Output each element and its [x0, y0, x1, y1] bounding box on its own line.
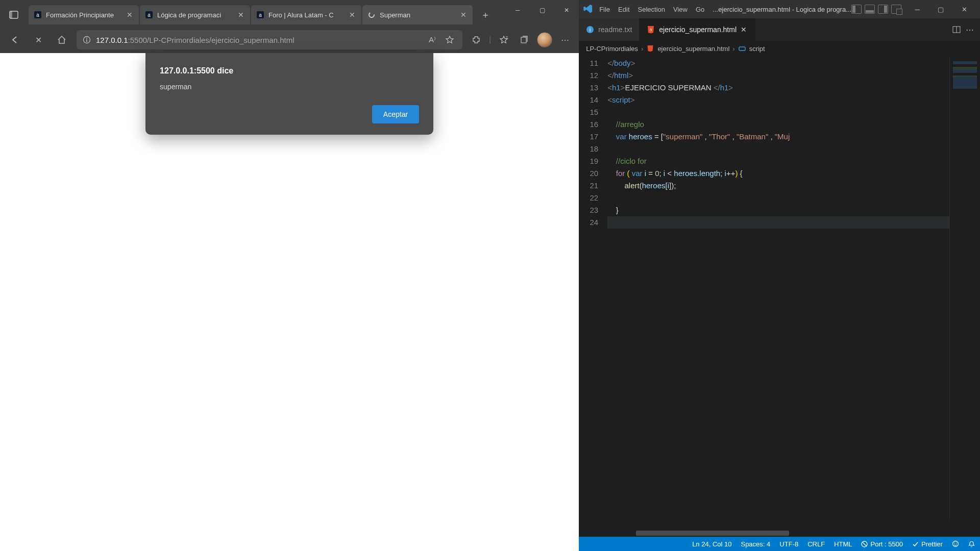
favorites-bar-icon[interactable] [496, 32, 511, 47]
editor-more-icon[interactable]: ⋯ [966, 25, 974, 35]
favorite-icon[interactable] [443, 33, 456, 46]
menu-view[interactable]: View [673, 6, 688, 13]
menu-go[interactable]: Go [696, 6, 704, 13]
code-editor[interactable]: 1112131415161718192021222324 </body></ht… [579, 56, 980, 537]
js-alert-dialog: 127.0.0.1:5500 dice superman Aceptar [145, 53, 433, 135]
toggle-sidebar-icon[interactable] [851, 5, 862, 14]
menu-selection[interactable]: Selection [638, 6, 665, 13]
status-bell-icon[interactable] [968, 541, 975, 547]
browser-toolbar-right: | ⋯ [469, 32, 573, 47]
scrollbar-thumb[interactable] [636, 531, 789, 536]
svg-point-8 [369, 12, 374, 17]
svg-line-22 [862, 542, 867, 546]
collections-icon[interactable] [517, 32, 532, 47]
close-tab-icon[interactable]: ✕ [348, 11, 356, 19]
svg-rect-11 [86, 39, 87, 42]
vscode-window: File Edit Selection View Go ... ejercici… [579, 0, 980, 551]
tab-label: Formación Principiante [46, 11, 121, 19]
alert-message: superman [160, 83, 419, 91]
split-editor-icon[interactable] [952, 26, 961, 34]
maximize-button[interactable]: ▢ [530, 0, 554, 20]
browser-tab-active[interactable]: Superman ✕ [362, 5, 473, 24]
editor-tab-label: readme.txt [598, 26, 632, 34]
tab-actions-icon[interactable] [5, 6, 22, 23]
status-prettier[interactable]: Prettier [912, 540, 943, 548]
new-tab-button[interactable]: ＋ [478, 7, 493, 22]
svg-text:5: 5 [650, 28, 652, 32]
back-button[interactable] [6, 31, 23, 48]
status-cursor[interactable]: Ln 24, Col 10 [692, 540, 731, 548]
line-numbers: 1112131415161718192021222324 [579, 56, 607, 537]
info-file-icon: i [586, 26, 594, 34]
menu-edit[interactable]: Edit [618, 6, 629, 13]
tab-label: Foro | Alura Latam - C [268, 11, 344, 19]
browser-tab[interactable]: a Lógica de programaci ✕ [140, 5, 250, 24]
editor-tab-active[interactable]: 5 ejercicio_superman.html ✕ [640, 18, 755, 41]
alert-title: 127.0.0.1:5500 dice [160, 66, 419, 76]
html-file-icon [646, 44, 654, 53]
vscode-minimize-button[interactable]: ─ [905, 0, 929, 18]
vscode-close-button[interactable]: ✕ [952, 0, 976, 18]
close-tab-icon[interactable]: ✕ [237, 11, 245, 19]
svg-point-10 [86, 38, 87, 39]
close-window-button[interactable]: ✕ [554, 0, 579, 20]
vscode-maximize-button[interactable]: ▢ [929, 0, 952, 18]
status-eol[interactable]: CRLF [807, 540, 825, 548]
browser-tab-strip: a Formación Principiante ✕ a Lógica de p… [0, 0, 579, 27]
svg-text:a: a [36, 12, 39, 18]
close-tab-icon[interactable]: ✕ [126, 11, 134, 19]
address-bar-row: ✕ 127.0.0.1:5500/LP-CPrimordiales/ejerci… [0, 27, 579, 53]
browser-window: a Formación Principiante ✕ a Lógica de p… [0, 0, 579, 551]
status-feedback-icon[interactable] [952, 540, 959, 547]
breadcrumb-file[interactable]: ejercicio_superman.html [657, 45, 729, 53]
site-info-icon[interactable] [83, 36, 91, 44]
address-bar[interactable]: 127.0.0.1:5500/LP-CPrimordiales/ejercici… [77, 30, 462, 49]
svg-text:a: a [259, 12, 262, 18]
html-file-icon: 5 [647, 26, 655, 34]
status-spaces[interactable]: Spaces: 4 [741, 540, 770, 548]
more-menu-icon[interactable]: ⋯ [557, 32, 573, 47]
alert-accept-button[interactable]: Aceptar [372, 105, 419, 123]
window-controls: ─ ▢ ✕ [505, 0, 579, 20]
minimap[interactable] [949, 56, 980, 521]
breadcrumb-symbol[interactable]: script [749, 45, 765, 53]
symbol-icon [738, 44, 746, 53]
toggle-panel-icon[interactable] [865, 5, 875, 14]
editor-tab[interactable]: i readme.txt [579, 18, 640, 41]
vscode-titlebar: File Edit Selection View Go ... ejercici… [579, 0, 980, 18]
horizontal-scrollbar[interactable] [607, 530, 949, 537]
breadcrumb[interactable]: LP-CPrimordiales › ejercicio_superman.ht… [579, 41, 980, 56]
minimize-button[interactable]: ─ [505, 0, 530, 20]
breadcrumb-folder[interactable]: LP-CPrimordiales [586, 45, 638, 53]
close-tab-icon[interactable]: ✕ [459, 11, 468, 19]
svg-rect-14 [521, 37, 526, 43]
status-lang[interactable]: HTML [834, 540, 852, 548]
svg-point-25 [956, 543, 957, 544]
customize-layout-icon[interactable] [891, 5, 901, 14]
vscode-logo-icon [583, 4, 594, 15]
read-aloud-icon[interactable]: A⁾ [426, 33, 439, 46]
layout-icons [851, 5, 901, 14]
toggle-secondary-icon[interactable] [878, 5, 888, 14]
menu-file[interactable]: File [599, 6, 610, 13]
home-button[interactable] [53, 31, 70, 48]
svg-point-23 [953, 541, 959, 547]
status-port[interactable]: Port : 5500 [861, 540, 903, 548]
tab-label: Superman [380, 11, 455, 19]
status-encoding[interactable]: UTF-8 [779, 540, 798, 548]
url-text: 127.0.0.1:5500/LP-CPrimordiales/ejercici… [96, 36, 295, 44]
close-editor-tab-icon[interactable]: ✕ [741, 26, 748, 34]
browser-tab[interactable]: a Formación Principiante ✕ [29, 5, 139, 24]
browser-viewport: 127.0.0.1:5500 dice superman Aceptar [0, 53, 579, 551]
editor-tab-label: ejercicio_superman.html [659, 26, 737, 34]
profile-avatar[interactable] [537, 32, 552, 47]
code-area[interactable]: </body></html><h1>EJERCICIO SUPERMAN </h… [607, 56, 980, 537]
loading-favicon-icon [368, 11, 376, 19]
svg-rect-1 [10, 11, 12, 18]
alura-favicon-icon: a [145, 11, 153, 19]
svg-point-24 [954, 543, 955, 544]
extensions-icon[interactable] [469, 32, 484, 47]
browser-tab[interactable]: a Foro | Alura Latam - C ✕ [251, 5, 361, 24]
stop-button[interactable]: ✕ [30, 31, 47, 48]
menu-more[interactable]: ... [713, 6, 718, 13]
